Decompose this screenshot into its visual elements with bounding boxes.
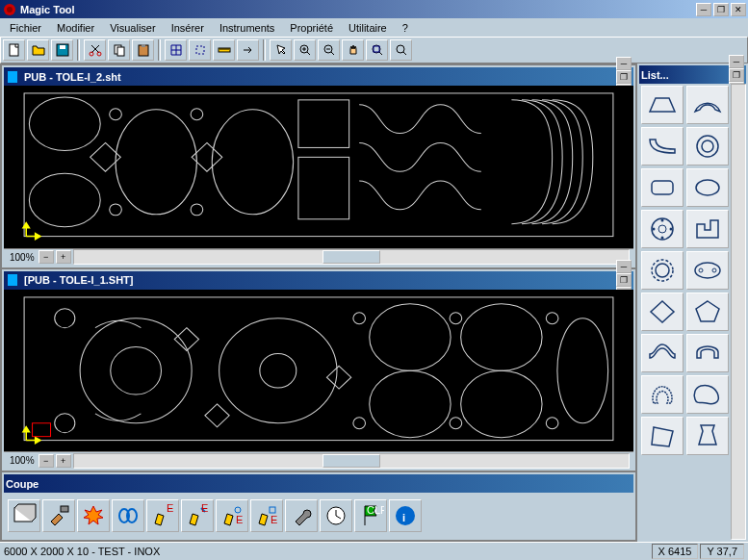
svg-point-33 (111, 346, 162, 395)
doc2-zoom: 100% (8, 455, 37, 466)
svg-point-23 (212, 110, 293, 215)
doc1-hscroll[interactable] (73, 249, 630, 265)
doc2-min[interactable]: ─ (616, 260, 632, 273)
svg-point-26 (110, 204, 122, 216)
tool-wrench-button[interactable] (285, 499, 318, 532)
menu-modifier[interactable]: Modifier (49, 20, 102, 36)
panel-min[interactable]: ─ (729, 55, 744, 68)
menu-fichier[interactable]: Fichier (2, 20, 49, 36)
tool-pencil1-button[interactable]: E (146, 499, 179, 532)
maximize-button[interactable]: ❐ (713, 3, 729, 16)
close-button[interactable]: ✕ (731, 3, 746, 16)
menu-utilitaire[interactable]: Utilitaire (341, 20, 395, 36)
ruler-button[interactable] (213, 39, 235, 61)
svg-point-72 (661, 237, 664, 240)
doc2-canvas[interactable] (4, 290, 633, 452)
tool-clock-button[interactable] (320, 499, 352, 532)
svg-point-27 (191, 204, 203, 216)
new-file-button[interactable] (3, 39, 25, 61)
pan-button[interactable] (342, 39, 364, 61)
panel-max[interactable]: ❐ (729, 68, 744, 82)
doc1-canvas[interactable] (4, 86, 633, 248)
shape-bracket[interactable] (686, 210, 729, 248)
tool-pencil4-button[interactable]: E (250, 499, 283, 532)
shape-s-curve[interactable] (641, 334, 684, 372)
doc2-zoom-plus[interactable]: + (56, 454, 71, 468)
tool-hammer-button[interactable] (42, 499, 75, 532)
svg-point-46 (353, 417, 366, 428)
panel-vscroll[interactable] (731, 84, 746, 540)
svg-rect-30 (8, 274, 17, 286)
document-window-1: PUB - TOLE-I_2.sht ─ ❐ ✕ (2, 65, 635, 267)
menu-visualiser[interactable]: Visualiser (102, 20, 164, 36)
tool-sheet-button[interactable] (8, 499, 40, 532)
svg-rect-10 (142, 44, 145, 47)
svg-point-66 (702, 140, 713, 152)
tool-flag-button[interactable]: CLF (354, 499, 387, 532)
zoom-in-button[interactable] (294, 39, 316, 61)
menu-help[interactable]: ? (395, 20, 416, 36)
copy-button[interactable] (108, 39, 130, 61)
zoom-out-button[interactable] (318, 39, 340, 61)
svg-rect-8 (117, 47, 124, 56)
shape-rounded-rect[interactable] (641, 168, 684, 207)
shape-arc[interactable] (686, 86, 729, 124)
shape-ring[interactable] (686, 127, 729, 165)
svg-point-47 (450, 417, 462, 428)
svg-text:E: E (271, 514, 277, 525)
shape-curve[interactable] (641, 127, 684, 165)
zoom-fit-button[interactable] (366, 39, 388, 61)
menu-propriete[interactable]: Propriété (282, 20, 341, 36)
svg-point-68 (696, 180, 719, 195)
shape-flange[interactable] (641, 210, 684, 248)
svg-point-37 (461, 303, 542, 369)
tool-info-button[interactable]: i (389, 499, 422, 532)
doc2-max[interactable]: ❐ (616, 273, 632, 287)
svg-point-71 (661, 219, 664, 222)
shape-pentagon[interactable] (686, 293, 729, 331)
menu-instruments[interactable]: Instruments (212, 20, 282, 36)
tool-link-button[interactable] (112, 499, 144, 532)
shape-horseshoe[interactable] (641, 375, 684, 414)
tool-explode-button[interactable] (77, 499, 110, 532)
shape-handle[interactable] (686, 334, 729, 372)
svg-text:E: E (236, 514, 243, 525)
doc1-max[interactable]: ❐ (616, 70, 632, 84)
shape-diamond[interactable] (641, 293, 684, 331)
svg-point-78 (699, 268, 703, 272)
select-button[interactable] (270, 39, 292, 61)
doc2-zoom-minus[interactable]: − (39, 454, 54, 468)
shape-vest[interactable] (686, 417, 729, 455)
doc1-zoom-plus[interactable]: + (56, 250, 71, 264)
doc1-min[interactable]: ─ (616, 57, 632, 70)
svg-point-45 (546, 312, 558, 323)
shape-blob[interactable] (686, 375, 729, 414)
app-title: Magic Tool (20, 4, 696, 15)
svg-point-70 (658, 225, 666, 233)
arrow-button[interactable] (237, 39, 259, 61)
save-button[interactable] (51, 39, 73, 61)
app-icon (2, 2, 17, 17)
minimize-button[interactable]: ─ (696, 3, 711, 16)
shape-oval-holes[interactable] (686, 251, 729, 290)
svg-point-21 (29, 173, 100, 227)
shape-gear-ring[interactable] (641, 251, 684, 290)
cut-button[interactable] (84, 39, 106, 61)
doc-icon (6, 69, 21, 85)
snap-button[interactable] (189, 39, 211, 61)
shape-trapezoid[interactable] (641, 86, 684, 124)
doc1-zoom-minus[interactable]: − (39, 250, 54, 264)
shape-ellipse[interactable] (686, 168, 729, 207)
tool-pencil2-button[interactable]: E (181, 499, 214, 532)
svg-rect-18 (8, 71, 17, 83)
menu-inserer[interactable]: Insérer (164, 20, 212, 36)
doc2-hscroll[interactable] (73, 453, 630, 469)
paste-button[interactable] (132, 39, 154, 61)
app-titlebar: Magic Tool ─ ❐ ✕ (0, 0, 748, 18)
zoom-window-button[interactable] (390, 39, 412, 61)
tool-pencil3-button[interactable]: E (216, 499, 248, 532)
grid-button[interactable] (165, 39, 187, 61)
coupe-title: Coupe (6, 478, 632, 490)
shape-quad[interactable] (641, 417, 684, 455)
open-file-button[interactable] (27, 39, 49, 61)
